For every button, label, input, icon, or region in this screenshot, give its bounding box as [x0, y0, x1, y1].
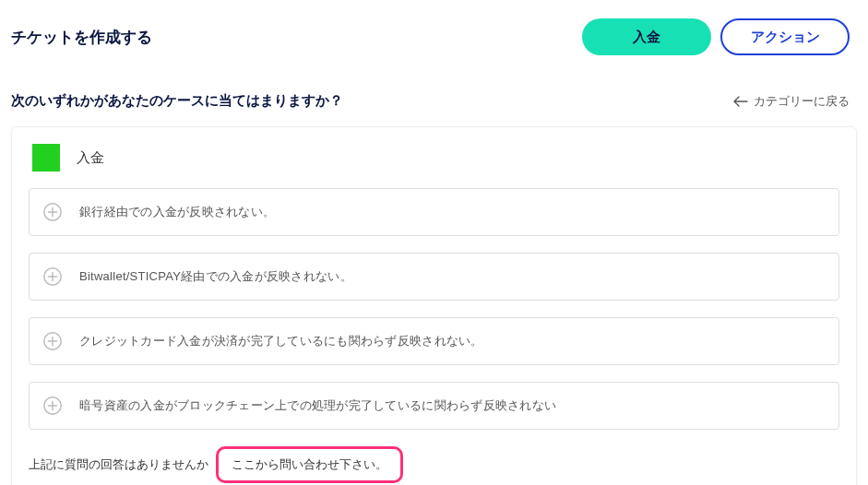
back-label: カテゴリーに戻る — [754, 93, 850, 110]
back-to-categories-link[interactable]: カテゴリーに戻る — [733, 93, 850, 110]
faq-item[interactable]: 銀行経由での入金が反映されない。 — [29, 188, 839, 236]
category-label: 入金 — [77, 149, 104, 167]
category-icon — [32, 144, 60, 172]
arrow-left-icon — [733, 96, 748, 107]
deposit-button[interactable]: 入金 — [582, 18, 711, 55]
plus-circle-icon — [42, 266, 63, 287]
plus-circle-icon — [42, 331, 63, 351]
faq-text: Bitwallet/STICPAY経由での入金が反映されない。 — [79, 268, 352, 285]
page-title: チケットを作成する — [11, 27, 152, 48]
contact-link[interactable]: ここから問い合わせ下さい。 — [216, 446, 403, 483]
footer-line: 上記に質問の回答はありませんか ここから問い合わせ下さい。 — [29, 446, 839, 483]
question-heading: 次のいずれかがあなたのケースに当てはまりますか？ — [11, 92, 343, 110]
faq-text: 暗号資産の入金がブロックチェーン上での処理が完了しているに関わらず反映されない — [79, 397, 556, 414]
plus-circle-icon — [42, 202, 63, 222]
faq-text: 銀行経由での入金が反映されない。 — [79, 204, 275, 220]
faq-card: 入金 銀行経由での入金が反映されない。 Bitwallet/STICPAY経由で… — [11, 126, 857, 485]
faq-item[interactable]: Bitwallet/STICPAY経由での入金が反映されない。 — [29, 253, 839, 301]
header-buttons: 入金 アクション — [582, 18, 850, 55]
faq-item[interactable]: クレジットカード入金が決済が完了しているにも関わらず反映されない。 — [29, 317, 839, 365]
faq-item[interactable]: 暗号資産の入金がブロックチェーン上での処理が完了しているに関わらず反映されない — [29, 382, 839, 430]
faq-text: クレジットカード入金が決済が完了しているにも関わらず反映されない。 — [79, 333, 483, 349]
plus-circle-icon — [42, 396, 63, 416]
footer-prompt: 上記に質問の回答はありませんか — [29, 456, 208, 473]
category-header: 入金 — [32, 144, 839, 172]
action-button[interactable]: アクション — [720, 18, 850, 55]
